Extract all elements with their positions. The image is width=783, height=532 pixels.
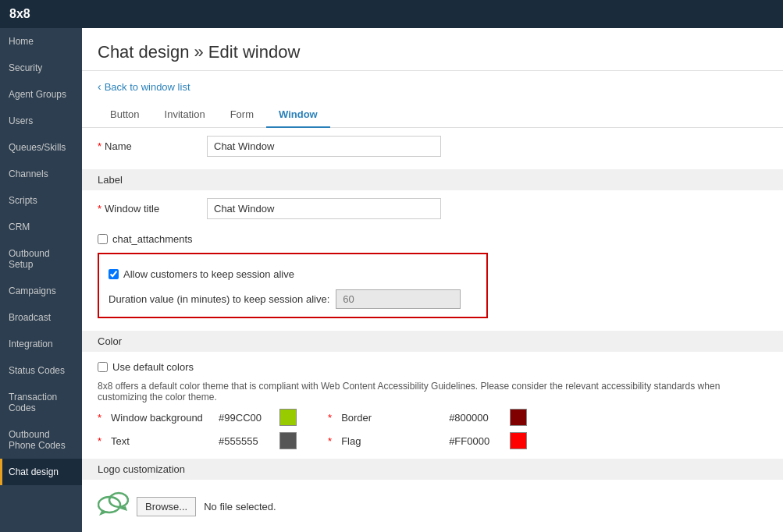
- text-required: *: [98, 435, 101, 447]
- window-bg-required: *: [98, 412, 101, 424]
- duration-label: Duration value (in minutes) to keep sess…: [109, 293, 329, 305]
- back-link-text: Back to window list: [105, 81, 190, 93]
- window-bg-row: * Window background #99CC00: [98, 409, 297, 426]
- name-label: *Name: [98, 140, 207, 152]
- sidebar-item-status-codes[interactable]: Status Codes: [0, 357, 82, 384]
- color-note: 8x8 offers a default color theme that is…: [98, 381, 753, 403]
- content-area: Chat design » Edit window ‹ Back to wind…: [82, 28, 783, 532]
- browse-button[interactable]: Browse...: [137, 497, 196, 516]
- session-alive-checkbox[interactable]: [109, 269, 119, 279]
- sidebar-item-users[interactable]: Users: [0, 108, 82, 134]
- border-swatch[interactable]: [510, 409, 527, 426]
- flag-required: *: [328, 435, 332, 447]
- sidebar-item-transaction-codes[interactable]: Transaction Codes: [0, 384, 82, 421]
- color-section: Use default colors 8x8 offers a default …: [98, 355, 767, 449]
- flag-label: Flag: [341, 435, 443, 447]
- name-required-star: *: [98, 140, 101, 152]
- logo-upload-row: Browse... No file selected.: [98, 484, 767, 529]
- use-default-colors-checkbox[interactable]: [98, 362, 108, 372]
- chat-attachments-row: chat_attachments: [98, 227, 767, 248]
- sidebar-item-queues-skills[interactable]: Queues/Skills: [0, 134, 82, 161]
- no-file-label: No file selected.: [204, 501, 276, 512]
- tab-window[interactable]: Window: [266, 102, 330, 128]
- flag-swatch[interactable]: [510, 432, 527, 449]
- flag-row: * Flag #FF0000: [328, 432, 527, 449]
- text-color-value: #555555: [219, 435, 273, 447]
- app-title: 8x8: [9, 7, 30, 21]
- color-col-left: * Window background #99CC00 * Text #5555…: [98, 409, 297, 449]
- tab-button[interactable]: Button: [98, 102, 152, 128]
- sidebar-item-home[interactable]: Home: [0, 28, 82, 55]
- duration-input[interactable]: [336, 289, 461, 309]
- back-to-window-list-link[interactable]: ‹ Back to window list: [82, 71, 783, 99]
- top-bar: 8x8: [0, 0, 783, 28]
- text-color-swatch[interactable]: [279, 432, 297, 449]
- sidebar-item-scripts[interactable]: Scripts: [0, 187, 82, 214]
- sidebar: Home Security Agent Groups Users Queues/…: [0, 28, 82, 532]
- window-title-required-star: *: [98, 203, 101, 215]
- window-bg-swatch[interactable]: [279, 409, 297, 426]
- session-alive-label: Allow customers to keep session alive: [123, 268, 294, 280]
- window-bg-label: Window background: [111, 412, 212, 424]
- form-content: *Name Label *Window title chat_attachmen…: [82, 128, 783, 532]
- text-color-label: Text: [111, 435, 212, 447]
- chat-attachments-checkbox[interactable]: [98, 234, 108, 244]
- file-note-line1: The file must be an image and can not ex…: [98, 529, 767, 532]
- window-bg-value: #99CC00: [219, 412, 273, 424]
- sidebar-item-agent-groups[interactable]: Agent Groups: [0, 81, 82, 108]
- session-alive-checkbox-row: Allow customers to keep session alive: [109, 262, 477, 283]
- use-default-colors-label: Use default colors: [112, 361, 194, 373]
- tab-bar: Button Invitation Form Window: [82, 102, 783, 128]
- logo-section: Browse... No file selected. The file mus…: [98, 484, 767, 532]
- name-row: *Name: [98, 128, 767, 165]
- color-col-right: * Border #800000 * Flag #FF0000: [328, 409, 527, 449]
- label-section-header: Label: [82, 169, 783, 190]
- sidebar-item-integration[interactable]: Integration: [0, 331, 82, 357]
- tab-invitation[interactable]: Invitation: [152, 102, 218, 128]
- flag-value: #FF0000: [449, 435, 504, 447]
- text-color-row: * Text #555555: [98, 432, 297, 449]
- border-required: *: [328, 412, 332, 424]
- color-grid: * Window background #99CC00 * Text #5555…: [98, 409, 767, 449]
- file-note: The file must be an image and can not ex…: [98, 529, 767, 532]
- sidebar-item-crm[interactable]: CRM: [0, 214, 82, 240]
- use-default-colors-row: Use default colors: [98, 355, 767, 376]
- session-alive-box: Allow customers to keep session alive Du…: [98, 253, 488, 318]
- sidebar-item-channels[interactable]: Channels: [0, 161, 82, 187]
- sidebar-item-outbound-setup[interactable]: Outbound Setup: [0, 240, 82, 278]
- sidebar-item-security[interactable]: Security: [0, 55, 82, 81]
- chat-attachments-label: chat_attachments: [112, 233, 193, 245]
- sidebar-item-broadcast[interactable]: Broadcast: [0, 304, 82, 331]
- sidebar-item-chat-design[interactable]: Chat design: [0, 459, 82, 485]
- sidebar-item-campaigns[interactable]: Campaigns: [0, 278, 82, 304]
- name-input[interactable]: [207, 136, 441, 157]
- border-row: * Border #800000: [328, 409, 527, 426]
- sidebar-item-outbound-phone-codes[interactable]: Outbound Phone Codes: [0, 421, 82, 459]
- duration-row: Duration value (in minutes) to keep sess…: [109, 289, 477, 309]
- border-value: #800000: [449, 412, 504, 424]
- logo-section-header: Logo customization: [82, 459, 783, 480]
- tab-form[interactable]: Form: [218, 102, 266, 128]
- page-title: Chat design » Edit window: [98, 42, 767, 62]
- window-title-label: *Window title: [98, 203, 207, 215]
- back-arrow-icon: ‹: [98, 80, 101, 93]
- border-label: Border: [341, 412, 443, 424]
- color-section-header: Color: [82, 331, 783, 352]
- window-title-row: *Window title: [98, 190, 767, 227]
- window-title-input[interactable]: [207, 198, 441, 219]
- logo-chat-icon: [98, 491, 129, 523]
- page-header: Chat design » Edit window: [82, 28, 783, 71]
